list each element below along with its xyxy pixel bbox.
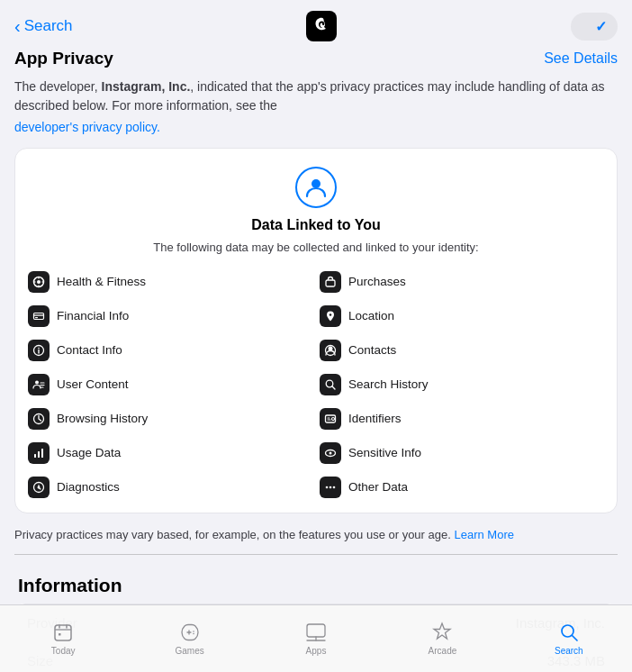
location-label: Location: [348, 309, 394, 322]
svg-point-27: [332, 417, 335, 420]
svg-point-32: [330, 451, 332, 454]
browsing-history-label: Browsing History: [57, 412, 148, 425]
svg-point-17: [35, 380, 39, 384]
svg-point-13: [38, 347, 40, 349]
privacy-description: The developer, Instagram, Inc., indicate…: [14, 77, 618, 115]
purchases-label: Purchases: [348, 275, 406, 288]
search-tab-label: Search: [555, 646, 583, 656]
data-linked-card: Data Linked to You The following data ma…: [14, 148, 618, 513]
svg-rect-40: [59, 633, 61, 636]
svg-rect-30: [41, 449, 43, 458]
chevron-left-icon: ‹: [14, 16, 21, 37]
tab-bar: Today Games Apps: [0, 604, 632, 672]
svg-rect-47: [307, 624, 325, 637]
list-item: Other Data: [320, 477, 604, 498]
threads-logo-icon: [311, 16, 331, 36]
privacy-policy-link[interactable]: developer's privacy policy.: [14, 120, 160, 134]
list-item: Contacts: [320, 340, 604, 361]
tab-search[interactable]: Search: [506, 622, 632, 656]
svg-rect-28: [34, 454, 36, 458]
contacts-icon: [320, 340, 341, 361]
sensitive-info-label: Sensitive Info: [348, 446, 421, 459]
list-item: Financial Info: [28, 305, 312, 327]
list-item: Location: [320, 305, 604, 327]
tab-apps[interactable]: Apps: [253, 622, 379, 656]
search-tab-icon: [558, 622, 580, 643]
search-history-icon: [320, 374, 341, 395]
other-data-icon: [320, 477, 341, 498]
user-content-icon: [28, 374, 50, 395]
privacy-note-text: Privacy practices may vary based, for ex…: [14, 528, 451, 541]
health-fitness-label: Health & Fitness: [57, 275, 146, 288]
apps-icon: [305, 622, 327, 643]
identifiers-label: Identifiers: [348, 412, 402, 425]
privacy-note: Privacy practices may vary based, for ex…: [14, 526, 618, 544]
svg-rect-10: [35, 317, 38, 318]
list-item: Browsing History: [28, 408, 312, 430]
data-card-desc: The following data may be collected and …: [28, 239, 604, 257]
svg-point-34: [38, 486, 41, 488]
diagnostics-label: Diagnostics: [57, 480, 120, 494]
list-item: Search History: [320, 374, 604, 395]
svg-point-37: [333, 486, 336, 488]
identifiers-icon: [320, 408, 341, 430]
learn-more-link[interactable]: Learn More: [454, 528, 513, 541]
contacts-label: Contacts: [348, 343, 396, 357]
svg-point-36: [330, 486, 332, 488]
list-item: Identifiers: [320, 408, 604, 430]
svg-rect-29: [38, 451, 40, 458]
today-icon: [52, 622, 74, 643]
see-details-link[interactable]: See Details: [544, 50, 618, 67]
sensitive-info-icon: [320, 442, 341, 464]
svg-rect-8: [34, 313, 44, 319]
apps-tab-label: Apps: [306, 646, 327, 656]
location-icon: [320, 305, 341, 327]
list-item: Health & Fitness: [28, 271, 312, 293]
today-tab-label: Today: [51, 646, 76, 656]
section-divider: [14, 554, 618, 555]
diagnostics-icon: [28, 477, 50, 498]
data-card-title: Data Linked to You: [28, 217, 604, 233]
list-item: Usage Data: [28, 442, 312, 464]
app-icon: [306, 11, 337, 41]
data-items-grid: Health & Fitness Purchases: [28, 271, 604, 498]
games-icon: [179, 622, 201, 643]
svg-point-2: [37, 280, 41, 284]
list-item: User Content: [28, 374, 312, 395]
financial-info-label: Financial Info: [57, 309, 129, 322]
svg-point-35: [326, 486, 329, 488]
enable-toggle[interactable]: ✓: [571, 13, 618, 41]
contact-info-label: Contact Info: [57, 343, 122, 357]
svg-rect-7: [326, 280, 335, 286]
nav-bar: ‹ Search ✓: [0, 0, 632, 49]
list-item: Contact Info: [28, 340, 312, 361]
svg-point-45: [193, 631, 194, 632]
back-label: Search: [24, 17, 73, 35]
arcade-icon: [431, 622, 453, 643]
svg-line-22: [332, 386, 335, 388]
tab-today[interactable]: Today: [0, 622, 126, 656]
games-tab-label: Games: [175, 646, 203, 656]
tab-games[interactable]: Games: [126, 622, 252, 656]
creditcard-icon: [28, 305, 50, 327]
app-privacy-header: App Privacy See Details: [14, 49, 618, 68]
list-item: Diagnostics: [28, 477, 312, 498]
svg-rect-38: [55, 625, 71, 640]
activity-icon: [28, 271, 50, 293]
svg-line-51: [572, 636, 577, 641]
main-content: App Privacy See Details The developer, I…: [0, 49, 632, 672]
svg-point-46: [193, 633, 194, 635]
info-icon: [28, 340, 50, 361]
search-history-label: Search History: [348, 377, 429, 391]
usage-data-label: Usage Data: [57, 446, 121, 459]
data-card-icon-wrap: [28, 167, 604, 208]
information-title: Information: [14, 566, 618, 604]
other-data-label: Other Data: [348, 480, 408, 494]
svg-point-11: [330, 313, 332, 316]
tab-arcade[interactable]: Arcade: [379, 622, 505, 656]
svg-rect-24: [326, 415, 336, 422]
list-item: Sensitive Info: [320, 442, 604, 464]
svg-point-15: [329, 346, 333, 350]
svg-point-0: [311, 179, 321, 188]
back-button[interactable]: ‹ Search: [14, 16, 73, 37]
